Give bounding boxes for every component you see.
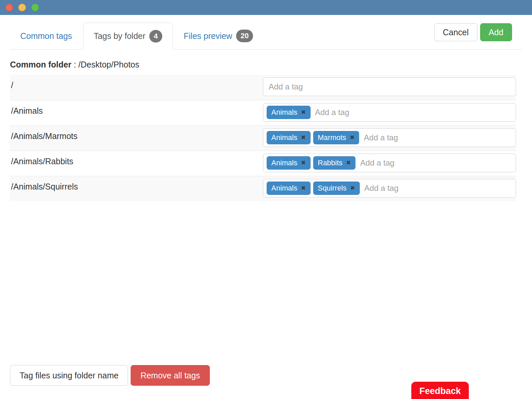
remove-tag-icon[interactable]: ✖ [350, 134, 354, 142]
tag-files-using-folder-name-button[interactable]: Tag files using folder name [10, 365, 128, 386]
folder-path: /Animals/Marmots [10, 128, 263, 148]
close-window-icon[interactable] [5, 4, 13, 11]
tab-label: Files preview [184, 31, 232, 41]
common-folder-path: /Desktop/Photos [78, 60, 139, 69]
tag-label: Marmots [318, 134, 346, 142]
common-folder-heading: Common folder : /Desktop/Photos [10, 60, 522, 69]
tab-label: Tags by folder [94, 31, 146, 41]
folder-tags-cell: Animals ✖ Squirrels ✖ [263, 179, 516, 199]
add-tag-input[interactable] [313, 106, 513, 118]
remove-all-tags-button[interactable]: Remove all tags [131, 365, 209, 386]
add-tag-input[interactable] [362, 182, 512, 194]
folder-path: / [10, 77, 263, 98]
common-folder-separator: : [71, 60, 78, 69]
cancel-button[interactable]: Cancel [434, 23, 477, 41]
tags-input[interactable]: Animals ✖ [263, 103, 516, 122]
window-controls [5, 4, 39, 11]
add-tag-input[interactable] [358, 157, 512, 169]
folder-path: /Animals/Squirrels [10, 179, 263, 199]
tag-chip: Animals ✖ [267, 156, 311, 170]
tab-label: Common tags [20, 31, 72, 41]
minimize-window-icon[interactable] [18, 4, 26, 11]
remove-tag-icon[interactable]: ✖ [301, 134, 306, 142]
tags-input[interactable]: Animals ✖ Squirrels ✖ [263, 179, 516, 198]
tag-chip: Animals ✖ [267, 131, 311, 144]
folder-tags-cell: Animals ✖ [263, 103, 516, 123]
folder-tags-cell [263, 77, 516, 98]
tag-chip: Rabbits ✖ [313, 156, 356, 170]
folder-tag-row: /Animals/Rabbits Animals ✖ Rabbits ✖ [10, 151, 516, 176]
remove-tag-icon[interactable]: ✖ [301, 184, 306, 192]
tags-input[interactable]: Animals ✖ Rabbits ✖ [263, 154, 516, 172]
tab-count-badge: 20 [236, 30, 253, 42]
folder-tag-row: /Animals/Marmots Animals ✖ Marmots ✖ [10, 125, 516, 151]
folder-tag-row: / [10, 75, 516, 100]
folder-path: /Animals/Rabbits [10, 154, 263, 174]
tag-chip: Animals ✖ [267, 182, 311, 195]
tag-label: Squirrels [318, 184, 347, 192]
add-button[interactable]: Add [480, 23, 512, 41]
tag-chip: Marmots ✖ [313, 131, 359, 144]
folder-tag-row: /Animals Animals ✖ [10, 100, 516, 125]
folder-rows: / /Animals Animals ✖ /Animals/Marmots An… [10, 75, 516, 201]
folder-tags-cell: Animals ✖ Marmots ✖ [263, 128, 516, 148]
tags-input[interactable] [263, 77, 516, 96]
remove-tag-icon[interactable]: ✖ [346, 159, 351, 167]
tag-label: Animals [271, 184, 297, 192]
feedback-button[interactable]: Feedback [411, 382, 469, 399]
window-titlebar [0, 0, 532, 15]
header-actions: Cancel Add [434, 23, 512, 41]
tag-label: Rabbits [318, 159, 343, 167]
tags-input[interactable]: Animals ✖ Marmots ✖ [263, 128, 516, 147]
folder-tags-cell: Animals ✖ Rabbits ✖ [263, 154, 516, 174]
tag-label: Animals [271, 108, 297, 116]
tag-label: Animals [271, 159, 297, 167]
remove-tag-icon[interactable]: ✖ [301, 108, 306, 116]
tab-common-tags[interactable]: Common tags [10, 23, 82, 49]
tab-count-badge: 4 [149, 30, 162, 43]
remove-tag-icon[interactable]: ✖ [301, 159, 306, 167]
add-tag-input[interactable] [267, 81, 512, 93]
zoom-window-icon[interactable] [31, 4, 39, 11]
folder-path: /Animals [10, 103, 263, 123]
common-folder-label: Common folder [10, 60, 71, 69]
footer-actions: Tag files using folder name Remove all t… [10, 365, 210, 386]
tag-chip: Animals ✖ [267, 106, 311, 119]
folder-tag-row: /Animals/Squirrels Animals ✖ Squirrels ✖ [10, 176, 516, 201]
tag-label: Animals [271, 134, 297, 142]
tab-bar: Common tags Tags by folder 4 Files previ… [10, 23, 522, 50]
tab-tags-by-folder[interactable]: Tags by folder 4 [83, 23, 173, 50]
add-tag-input[interactable] [362, 132, 512, 144]
tab-files-preview[interactable]: Files preview 20 [174, 23, 263, 49]
remove-tag-icon[interactable]: ✖ [350, 184, 355, 192]
tag-chip: Squirrels ✖ [313, 182, 360, 195]
